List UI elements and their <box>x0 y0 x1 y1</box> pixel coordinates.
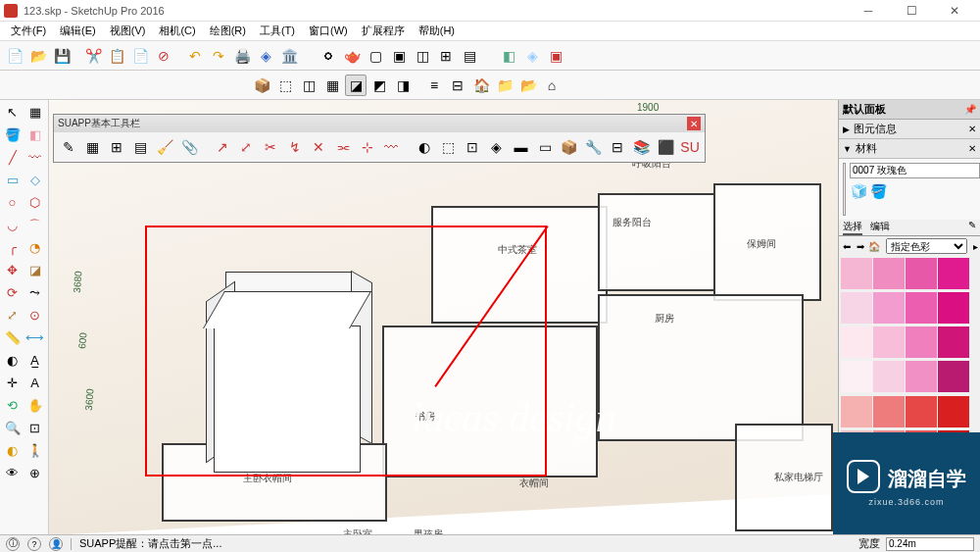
color-swatch[interactable] <box>906 292 937 324</box>
protractor-icon[interactable]: ◐ <box>2 350 23 371</box>
pushpull-icon[interactable]: ◪ <box>24 260 45 280</box>
delete-icon[interactable]: ⊘ <box>153 45 174 67</box>
text3d-icon[interactable]: A <box>24 373 45 393</box>
new-icon[interactable]: 📄 <box>4 45 25 67</box>
suapp-tool-5[interactable]: 🧹 <box>155 136 176 158</box>
house2-icon[interactable]: ⌂ <box>541 75 563 96</box>
arc2-icon[interactable]: ⌒ <box>24 215 45 235</box>
rotrect-icon[interactable]: ◇ <box>24 170 45 190</box>
menu-tools[interactable]: 工具(T) <box>253 22 302 40</box>
suapp-tool-15[interactable]: ◐ <box>414 136 435 158</box>
circle2-icon[interactable]: ○ <box>2 192 23 213</box>
tab-edit[interactable]: 编辑 <box>870 220 890 235</box>
material-preview[interactable] <box>843 163 846 216</box>
menu-draw[interactable]: 绘图(R) <box>203 22 253 40</box>
color-swatch[interactable] <box>938 258 969 289</box>
measurement-input[interactable]: 0.24m <box>886 537 974 551</box>
cut-icon[interactable]: ✂️ <box>82 45 104 67</box>
pin-icon[interactable]: 📌 <box>964 104 976 115</box>
textured-icon[interactable]: ◩ <box>368 75 390 96</box>
line-icon[interactable]: ╱ <box>2 147 23 168</box>
dim-icon[interactable]: ⟷ <box>24 327 45 348</box>
maximize-button[interactable]: ☐ <box>890 0 933 22</box>
paint-icon[interactable]: 🪣 <box>2 125 23 145</box>
shaded-icon[interactable]: ◪ <box>345 75 367 96</box>
suapp-tool-1[interactable]: ✎ <box>58 136 79 158</box>
close-section-icon[interactable]: ✕ <box>968 143 976 154</box>
suapp-tool-25[interactable]: ⬛ <box>656 136 677 158</box>
section-materials[interactable]: ▼ 材料 ✕ <box>839 139 980 159</box>
suapp-tool-7[interactable]: ↗ <box>212 136 233 158</box>
suapp-logo-icon[interactable]: SU <box>679 136 701 158</box>
box-icon[interactable]: ◧ <box>498 45 519 67</box>
menu-view[interactable]: 视图(V) <box>103 22 153 40</box>
plugin-icon[interactable]: ▣ <box>545 45 566 67</box>
color-swatch[interactable] <box>873 292 905 324</box>
paste-icon[interactable]: 📄 <box>129 45 151 67</box>
color-swatch[interactable] <box>873 258 905 289</box>
frame5-icon[interactable]: ▤ <box>459 45 480 67</box>
axes-icon[interactable]: ✛ <box>2 373 23 393</box>
box2-icon[interactable]: ⬚ <box>274 75 296 96</box>
move-icon[interactable]: ✥ <box>2 260 23 280</box>
suapp-tool-11[interactable]: ✕ <box>308 136 329 158</box>
status-user-icon[interactable]: 👤 <box>49 537 63 551</box>
suapp-tool-9[interactable]: ✂ <box>260 136 281 158</box>
folder1-icon[interactable]: 📁 <box>494 75 515 96</box>
cube-icon[interactable]: ◫ <box>298 75 319 96</box>
suapp-tool-20[interactable]: ▭ <box>534 136 556 158</box>
menu-file[interactable]: 文件(F) <box>4 22 53 40</box>
zoom-icon[interactable]: 🔍 <box>2 418 23 438</box>
pan-icon[interactable]: ✋ <box>24 395 45 416</box>
suapp-titlebar[interactable]: SUAPP基本工具栏 ✕ <box>54 115 705 132</box>
section-entity-info[interactable]: ▶ 图元信息 ✕ <box>839 120 980 139</box>
bucket2-icon[interactable]: 🪣 <box>869 182 887 200</box>
polygon-icon[interactable]: ⬡ <box>24 192 45 213</box>
color-swatch[interactable] <box>906 258 937 289</box>
open-icon[interactable]: 📂 <box>27 45 49 67</box>
select-icon[interactable]: ↖ <box>2 102 23 123</box>
scale-icon[interactable]: ⤢ <box>2 305 23 326</box>
tape-icon[interactable]: 📏 <box>2 327 23 348</box>
walk-icon[interactable]: 🚶 <box>24 440 45 461</box>
color-swatch[interactable] <box>841 292 872 324</box>
suapp-close-button[interactable]: ✕ <box>687 117 701 130</box>
rotate-icon[interactable]: ⟳ <box>2 282 23 303</box>
frame1-icon[interactable]: ▢ <box>365 45 386 67</box>
suapp-toolbar[interactable]: SUAPP基本工具栏 ✕ ✎ ▦ ⊞ ▤ 🧹 📎 ↗ ⤢ ✂ ↯ ✕ ⫘ ⊹ 〰 <box>53 114 706 163</box>
suapp-tool-8[interactable]: ⤢ <box>236 136 258 158</box>
section-icon[interactable]: ◐ <box>2 440 23 461</box>
folder2-icon[interactable]: 📂 <box>517 75 539 96</box>
suapp-tool-12[interactable]: ⫘ <box>332 136 354 158</box>
model-icon[interactable]: ◈ <box>255 45 276 67</box>
offset-icon[interactable]: ⊙ <box>24 305 45 326</box>
undo-icon[interactable]: ↶ <box>184 45 206 67</box>
arc-icon[interactable]: ◡ <box>2 215 23 235</box>
teapot-icon[interactable]: 🫖 <box>341 45 363 67</box>
color-swatch[interactable] <box>841 258 872 289</box>
create-material-icon[interactable]: 🧊 <box>850 182 867 200</box>
color-swatch[interactable] <box>906 396 937 427</box>
menu-edit[interactable]: 编辑(E) <box>53 22 103 40</box>
suapp-tool-18[interactable]: ◈ <box>486 136 508 158</box>
menu-camera[interactable]: 相机(C) <box>152 22 202 40</box>
color-swatch[interactable] <box>906 326 937 358</box>
detail-icon[interactable]: ▸ <box>971 239 980 254</box>
layers-icon[interactable]: ≡ <box>423 75 445 96</box>
color-swatch[interactable] <box>873 361 905 392</box>
component2-icon[interactable]: ▦ <box>24 102 45 123</box>
color-swatch[interactable] <box>938 292 969 324</box>
material-name-input[interactable] <box>850 163 980 178</box>
eraser-icon[interactable]: ◧ <box>24 125 45 145</box>
color-swatch[interactable] <box>938 326 969 358</box>
suapp-tool-21[interactable]: 📦 <box>559 136 580 158</box>
rect-icon[interactable]: ▭ <box>2 170 23 190</box>
frame2-icon[interactable]: ▣ <box>388 45 410 67</box>
color-swatch[interactable] <box>873 396 905 427</box>
frame4-icon[interactable]: ⊞ <box>435 45 457 67</box>
status-info-icon[interactable]: ⓘ <box>6 537 20 551</box>
color-swatch[interactable] <box>906 361 937 392</box>
copy-icon[interactable]: 📋 <box>106 45 127 67</box>
freehand-icon[interactable]: 〰 <box>24 147 45 168</box>
color-mode-select[interactable]: 指定色彩 <box>886 238 967 254</box>
